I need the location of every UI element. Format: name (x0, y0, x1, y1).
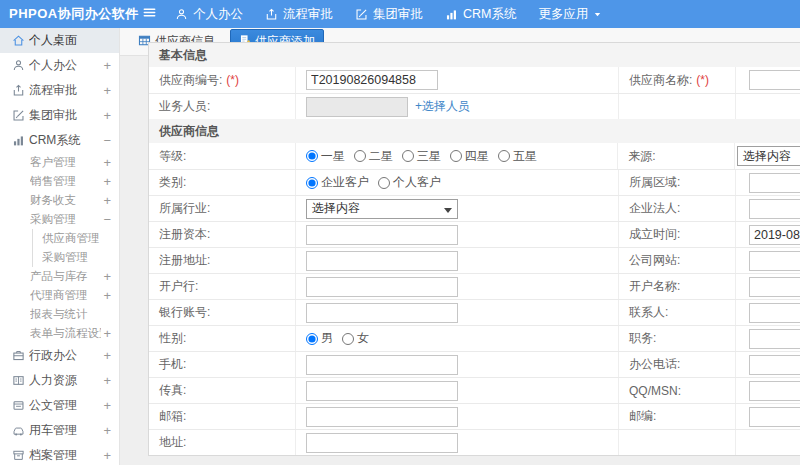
expand-plus-icon[interactable]: + (101, 193, 111, 208)
registered-address-value-cell (296, 248, 619, 273)
sidebar-item-finance-income-expense[interactable]: 财务收支+ (0, 191, 119, 210)
expand-plus-icon[interactable]: + (101, 83, 111, 98)
mobile-input[interactable] (306, 355, 458, 375)
supplier-code-input[interactable] (306, 70, 438, 90)
bank-account-input[interactable] (306, 303, 458, 323)
level-option-4[interactable]: 五星 (498, 148, 537, 165)
level-label: 等级: (149, 143, 296, 169)
collapse-minus-icon[interactable]: − (101, 212, 111, 227)
sidebar-item-workflow-approval[interactable]: 流程审批+ (0, 78, 119, 103)
topbar-item-crm-system[interactable]: CRM系统 (445, 6, 516, 23)
sidebar-item-form-workflow-settings[interactable]: 表单与流程设置+ (0, 324, 119, 343)
expand-plus-icon[interactable]: + (101, 373, 111, 388)
sidebar-item-group-approval[interactable]: 集团审批+ (0, 103, 119, 128)
industry-select[interactable]: 选择内容 (306, 199, 458, 219)
company-website-input[interactable] (749, 251, 800, 271)
topbar-item-group-approval[interactable]: 集团审批 (355, 6, 423, 23)
level-option-1[interactable]: 二星 (354, 148, 393, 165)
category-option-0[interactable]: 企业客户 (306, 174, 369, 191)
legal-person-input[interactable] (749, 199, 800, 219)
collapse-minus-icon[interactable]: − (101, 133, 111, 148)
zip-code-input[interactable] (749, 407, 800, 427)
field-label-text: 类别: (159, 174, 186, 191)
sidebar-item-sales-management[interactable]: 销售管理+ (0, 172, 119, 191)
level-option-3[interactable]: 四星 (450, 148, 489, 165)
expand-plus-icon[interactable]: + (101, 155, 111, 170)
founded-date-input[interactable] (749, 225, 800, 245)
sidebar-item-personal-desktop[interactable]: 个人桌面 (0, 28, 119, 53)
gender-option-1[interactable]: 女 (342, 330, 369, 347)
topbar-item-workflow-approval[interactable]: 流程审批 (265, 6, 333, 23)
expand-plus-icon[interactable]: + (101, 288, 111, 303)
address-input[interactable] (306, 433, 458, 453)
sidebar-item-customer-management[interactable]: 客户管理+ (0, 153, 119, 172)
sidebar-item-label: 集团审批 (29, 107, 101, 124)
sidebar-item-agent-management[interactable]: 代理商管理+ (0, 286, 119, 305)
sidebar-item-document-management[interactable]: 公文管理+ (0, 393, 119, 418)
sidebar-item-label: 产品与库存 (30, 269, 101, 284)
registered-capital-input[interactable] (306, 225, 458, 245)
sidebar-item-administrative-office[interactable]: 行政办公+ (0, 343, 119, 368)
expand-plus-icon[interactable]: + (101, 326, 111, 341)
form-row: 供应商编号:(*)供应商名称:(*) (149, 67, 800, 93)
sidebar-item-reports-statistics[interactable]: 报表与统计 (0, 305, 119, 324)
form-row: 业务人员:+选择人员 (149, 93, 800, 119)
field-label-text: 职务: (629, 330, 656, 347)
level-option-0[interactable]: 一星 (306, 148, 345, 165)
sidebar-item-crm-system[interactable]: CRM系统− (0, 128, 119, 153)
supplier-name-input[interactable] (749, 70, 800, 90)
sidebar-item-product-inventory[interactable]: 产品与库存+ (0, 267, 119, 286)
hamburger-menu-button[interactable] (142, 5, 157, 23)
sidebar-item-purchase-management[interactable]: 采购管理− (0, 210, 119, 229)
expand-plus-icon[interactable]: + (101, 423, 111, 438)
gender-radio-1[interactable] (342, 333, 354, 345)
category-radio-1[interactable] (378, 177, 390, 189)
gender-option-0[interactable]: 男 (306, 330, 333, 347)
expand-plus-icon[interactable]: + (101, 398, 111, 413)
sidebar-item-personal-office[interactable]: 个人办公+ (0, 53, 119, 78)
field-label-text: 注册地址: (159, 252, 210, 269)
source-select[interactable]: 选择内容 (737, 146, 800, 166)
position-input[interactable] (749, 329, 800, 349)
level-radio-2[interactable] (402, 150, 414, 162)
email-input[interactable] (306, 407, 458, 427)
gender-radio-0[interactable] (306, 333, 318, 345)
sidebar-item-label: 流程审批 (29, 82, 101, 99)
section-header-basic-info: 基本信息 (149, 43, 800, 67)
category-radio-0[interactable] (306, 177, 318, 189)
sidebar-item-vehicle-management[interactable]: 用车管理+ (0, 418, 119, 443)
contact-person-input[interactable] (749, 303, 800, 323)
office-phone-input[interactable] (749, 355, 800, 375)
field-label-text: 供应商编号: (159, 72, 222, 89)
expand-plus-icon[interactable]: + (101, 108, 111, 123)
business-staff-input[interactable] (306, 97, 408, 117)
level-radio-3[interactable] (450, 150, 462, 162)
expand-plus-icon[interactable]: + (101, 174, 111, 189)
expand-plus-icon[interactable]: + (101, 348, 111, 363)
expand-plus-icon[interactable]: + (101, 58, 111, 73)
level-radio-0[interactable] (306, 150, 318, 162)
category-option-1[interactable]: 个人客户 (378, 174, 441, 191)
qq-msn-input[interactable] (749, 381, 800, 401)
expand-plus-icon[interactable]: + (101, 448, 111, 463)
business-staff-picker-link[interactable]: +选择人员 (415, 98, 470, 115)
level-radio-1[interactable] (354, 150, 366, 162)
sidebar-nav: 个人桌面个人办公+流程审批+集团审批+CRM系统−客户管理+销售管理+财务收支+… (0, 28, 120, 465)
level-option-2[interactable]: 三星 (402, 148, 441, 165)
sidebar-item-purchasing-management[interactable]: 采购管理 (0, 248, 119, 267)
topbar-item-personal-office[interactable]: 个人办公 (175, 6, 243, 23)
account-name-input[interactable] (749, 277, 800, 297)
sidebar-item-supplier-management[interactable]: 供应商管理 (0, 229, 119, 248)
region-input[interactable] (749, 173, 800, 193)
empty-2-value-cell (736, 430, 800, 455)
fax-input[interactable] (306, 381, 458, 401)
form-row: 手机:办公电话: (149, 351, 800, 377)
sidebar-item-archive-management[interactable]: 档案管理+ (0, 443, 119, 465)
office-phone-value-cell (736, 352, 800, 377)
registered-address-input[interactable] (306, 251, 458, 271)
bank-branch-input[interactable] (306, 277, 458, 297)
sidebar-item-human-resources[interactable]: 人力资源+ (0, 368, 119, 393)
topbar-item-more-apps[interactable]: 更多应用 (538, 6, 602, 23)
expand-plus-icon[interactable]: + (101, 269, 111, 284)
level-radio-4[interactable] (498, 150, 510, 162)
